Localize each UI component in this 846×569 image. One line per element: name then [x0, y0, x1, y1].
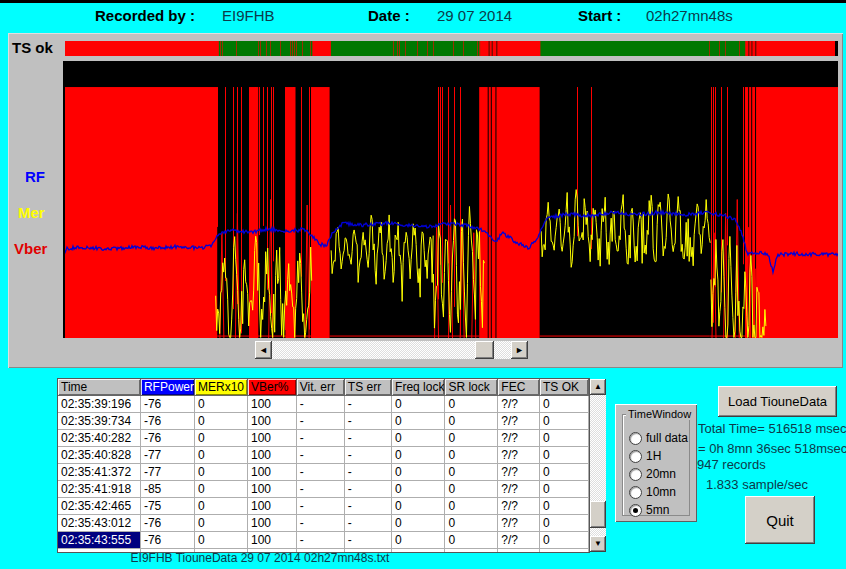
table-cell: 100: [247, 447, 296, 464]
table-row[interactable]: 02:35:43:555-760100--00?/?0: [58, 532, 589, 549]
table-cell: 0: [392, 396, 445, 413]
radio-option-1h[interactable]: 1H: [629, 449, 661, 463]
table-cell: -: [344, 481, 391, 498]
table-cell: 02:35:40:828: [58, 447, 140, 464]
date-value: 29 07 2014: [437, 7, 512, 24]
chart-scrollbar-track[interactable]: [272, 341, 511, 359]
table-cell: 0: [194, 498, 247, 515]
records-table-area: TimeRFPowerMERx10VBer%Vit. errTS errFreq…: [57, 378, 606, 553]
column-header-ts-err: TS err: [344, 379, 391, 396]
table-cell: 0: [392, 532, 445, 549]
scroll-right-arrow-icon[interactable]: ►: [511, 341, 528, 359]
load-tiounedata-button[interactable]: Load TiouneData: [718, 386, 837, 417]
chart-horizontal-scrollbar[interactable]: ◄ ►: [255, 341, 528, 359]
table-cell: -: [296, 515, 344, 532]
radio-option-10mn[interactable]: 10mn: [629, 485, 676, 499]
table-cell: 0: [392, 430, 445, 447]
table-cell: 0: [194, 413, 247, 430]
records-count-text: 947 records: [697, 457, 766, 472]
table-cell: -: [344, 430, 391, 447]
table-cell: 0: [392, 464, 445, 481]
table-row[interactable]: 02:35:40:282-760100--00?/?0: [58, 430, 589, 447]
table-cell: 0: [445, 532, 498, 549]
table-vertical-scrollbar[interactable]: ▲ ▼: [590, 379, 606, 552]
table-scroll-up-icon[interactable]: ▲: [590, 379, 606, 395]
table-row[interactable]: 02:35:39:734-760100--00?/?0: [58, 413, 589, 430]
time-window-title: TimeWindow: [626, 408, 693, 420]
table-cell: 0: [540, 447, 589, 464]
table-cell: 0: [194, 447, 247, 464]
table-cell: ?/?: [498, 515, 540, 532]
table-row[interactable]: 02:35:43:012-760100--00?/?0: [58, 515, 589, 532]
table-scrollbar-thumb[interactable]: [590, 501, 606, 528]
table-cell: -75: [140, 498, 194, 515]
column-header-freq-lock: Freq lock: [392, 379, 445, 396]
table-cell: 02:35:39:196: [58, 396, 140, 413]
quit-button[interactable]: Quit: [745, 496, 815, 544]
radio-circle-icon[interactable]: [629, 432, 642, 445]
table-cell: -: [344, 447, 391, 464]
table-cell: 100: [247, 464, 296, 481]
table-cell: -: [344, 413, 391, 430]
table-cell: 100: [247, 498, 296, 515]
date-label: Date :: [368, 7, 410, 24]
table-cell: ?/?: [498, 498, 540, 515]
table-row[interactable]: 02:35:40:828-770100--00?/?0: [58, 447, 589, 464]
table-cell: ?/?: [498, 481, 540, 498]
table-cell: [540, 549, 589, 554]
table-cell: 0: [392, 413, 445, 430]
table-cell: -77: [140, 464, 194, 481]
total-time-hms-text: = 0h 8mn 36sec 518msec: [698, 441, 846, 456]
ts-status-strip: [65, 41, 838, 56]
radio-circle-icon[interactable]: [629, 504, 642, 517]
table-cell: -: [296, 532, 344, 549]
total-time-text: Total Time= 516518 msec: [698, 421, 846, 436]
table-cell: 02:35:43:012: [58, 515, 140, 532]
table-cell: 02:35:41:918: [58, 481, 140, 498]
table-scrollbar-track[interactable]: [590, 395, 606, 536]
table-cell: 100: [247, 396, 296, 413]
table-cell: 0: [540, 464, 589, 481]
table-cell: 02:35:43:555: [58, 532, 140, 549]
table-cell: -: [296, 413, 344, 430]
table-cell: 100: [247, 532, 296, 549]
table-cell: 0: [445, 481, 498, 498]
window-top-edge: [0, 0, 846, 3]
time-window-groupbox: TimeWindow full data1H20mn10mn5mn: [622, 414, 690, 516]
radio-circle-icon[interactable]: [629, 468, 642, 481]
tiounedata-viewer-window: Recorded by : EI9FHB Date : 29 07 2014 S…: [0, 0, 846, 569]
table-cell: -77: [140, 447, 194, 464]
table-cell: 0: [392, 515, 445, 532]
radio-option-label: full data: [646, 431, 688, 445]
sample-rate-text: 1.833 sample/sec: [706, 477, 808, 492]
table-cell: 02:35:40:282: [58, 430, 140, 447]
ts-ok-label: TS ok: [12, 39, 53, 56]
radio-circle-icon[interactable]: [629, 486, 642, 499]
radio-option-label: 1H: [646, 449, 661, 463]
radio-option-5mn[interactable]: 5mn: [629, 503, 669, 517]
chart-scrollbar-thumb[interactable]: [475, 341, 494, 359]
start-label: Start :: [578, 7, 621, 24]
table-cell: 0: [445, 396, 498, 413]
table-cell: ?/?: [498, 447, 540, 464]
table-cell: 0: [445, 413, 498, 430]
table-cell: 0: [540, 481, 589, 498]
table-cell: 0: [194, 532, 247, 549]
radio-option-full-data[interactable]: full data: [629, 431, 688, 445]
column-header-ts-ok: TS OK: [540, 379, 589, 396]
table-row[interactable]: 02:35:41:918-850100--00?/?0: [58, 481, 589, 498]
radio-circle-icon[interactable]: [629, 450, 642, 463]
table-cell: -: [296, 447, 344, 464]
radio-option-20mn[interactable]: 20mn: [629, 467, 676, 481]
table-scroll-down-icon[interactable]: ▼: [590, 536, 606, 552]
table-row[interactable]: 02:35:39:196-760100--00?/?0: [58, 396, 589, 413]
table-cell: -: [344, 498, 391, 515]
table-cell: -: [344, 396, 391, 413]
column-header-sr-lock: SR lock: [445, 379, 498, 396]
table-row[interactable]: 02:35:41:372-770100--00?/?0: [58, 464, 589, 481]
table-cell: -76: [140, 396, 194, 413]
table-cell: 0: [445, 498, 498, 515]
scroll-left-arrow-icon[interactable]: ◄: [255, 341, 272, 359]
table-cell: 100: [247, 481, 296, 498]
table-row[interactable]: 02:35:42:465-750100--00?/?0: [58, 498, 589, 515]
